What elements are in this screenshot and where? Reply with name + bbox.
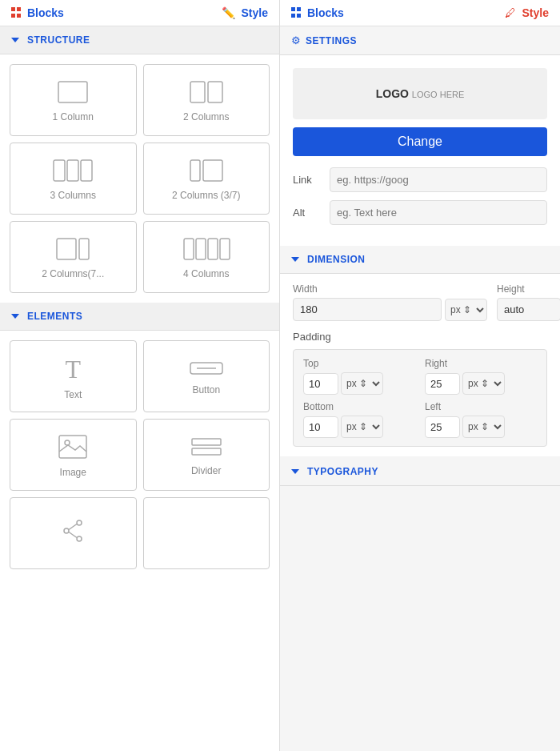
width-label: Width	[293, 283, 487, 295]
padding-label: Padding	[293, 331, 547, 343]
elements-header: ELEMENTS	[0, 303, 279, 331]
svg-rect-16	[59, 436, 86, 458]
left-style-tab[interactable]: Style	[242, 6, 268, 19]
alt-input[interactable]	[330, 200, 547, 225]
height-label: Height	[497, 283, 560, 295]
elements-chevron-icon[interactable]	[11, 314, 19, 319]
padding-right-input-row: px ⇕	[425, 372, 537, 395]
svg-point-20	[77, 520, 82, 525]
right-style-icon: 🖊	[505, 6, 516, 19]
padding-left-input[interactable]	[425, 416, 460, 438]
structure-header: STRUCTURE	[0, 26, 279, 54]
left-top-nav: Blocks ✏️ Style	[0, 0, 279, 26]
block-1col[interactable]: 1 Column	[10, 64, 137, 136]
right-style-tab[interactable]: Style	[522, 6, 549, 19]
svg-point-17	[65, 440, 70, 445]
padding-top-label: Top	[303, 358, 415, 369]
svg-rect-2	[208, 82, 222, 102]
svg-rect-9	[79, 239, 89, 259]
svg-rect-12	[208, 239, 218, 259]
width-field: Width px ⇕ % em	[293, 283, 487, 321]
padding-top-input-row: px ⇕	[303, 372, 415, 395]
block-1col-label: 1 Column	[53, 111, 94, 122]
2col-icon	[189, 80, 224, 106]
left-blocks-tab[interactable]: Blocks	[27, 6, 64, 19]
element-image[interactable]: Image	[10, 419, 137, 491]
element-text[interactable]: T Text	[10, 340, 137, 412]
dimension-title: DIMENSION	[307, 254, 366, 265]
block-2col37[interactable]: 2 Columns (3/7)	[143, 143, 270, 215]
padding-right-field: Right px ⇕	[425, 358, 537, 395]
padding-top-input[interactable]	[303, 373, 338, 395]
svg-rect-11	[196, 239, 206, 259]
svg-line-23	[69, 524, 77, 529]
image-icon	[58, 434, 88, 462]
padding-left-field: Left px ⇕	[425, 401, 537, 438]
block-2col37-label: 2 Columns (3/7)	[172, 190, 240, 201]
left-style-icon: ✏️	[222, 6, 235, 19]
element-share[interactable]	[10, 497, 137, 569]
link-label: Link	[293, 174, 322, 186]
element-button[interactable]: Button	[143, 340, 270, 412]
block-4col-label: 4 Columns	[183, 268, 229, 279]
share-icon	[60, 518, 86, 546]
block-2col-label: 2 Columns	[183, 111, 229, 122]
typography-header: TYPOGRAPHY	[280, 458, 560, 486]
settings-header: ⚙ SETTINGS	[280, 26, 560, 55]
settings-title: SETTINGS	[306, 35, 357, 46]
elements-grid: T Text Button Image	[0, 331, 279, 579]
structure-chevron-icon[interactable]	[11, 38, 19, 42]
svg-point-22	[77, 536, 82, 541]
padding-left-input-row: px ⇕	[425, 416, 537, 438]
width-unit-select[interactable]: px ⇕ % em	[445, 299, 487, 321]
settings-gear-icon: ⚙	[291, 34, 301, 46]
structure-title: STRUCTURE	[27, 34, 90, 46]
height-field: Height ⇕ px %	[497, 283, 560, 321]
typography-chevron-icon[interactable]	[291, 469, 299, 474]
4col-icon	[182, 237, 230, 263]
svg-rect-19	[192, 448, 221, 455]
padding-right-label: Right	[425, 358, 537, 369]
divider-icon	[189, 436, 224, 460]
svg-rect-3	[54, 160, 65, 181]
padding-bottom-label: Bottom	[303, 401, 415, 412]
svg-point-21	[64, 528, 69, 533]
svg-rect-1	[190, 82, 205, 102]
block-3col[interactable]: 3 Columns	[10, 143, 137, 215]
height-input[interactable]	[497, 298, 560, 321]
padding-section: Padding Top px ⇕ Right	[293, 331, 547, 447]
element-text-label: Text	[64, 389, 82, 400]
padding-bottom-unit[interactable]: px ⇕	[341, 416, 383, 438]
svg-rect-4	[67, 160, 78, 181]
element-divider[interactable]: Divider	[143, 419, 270, 491]
block-2col7-label: 2 Columns(7...	[42, 268, 104, 279]
right-blocks-tab[interactable]: Blocks	[307, 6, 344, 19]
width-input[interactable]	[293, 298, 442, 321]
blocks-icon-right	[291, 7, 302, 18]
padding-left-unit[interactable]: px ⇕	[462, 416, 505, 438]
left-panel: Blocks ✏️ Style STRUCTURE 1 Column 2 Col…	[0, 0, 280, 751]
padding-right-input[interactable]	[425, 373, 460, 395]
svg-rect-8	[57, 239, 76, 259]
padding-bottom-input[interactable]	[303, 416, 338, 438]
padding-bottom-field: Bottom px ⇕	[303, 401, 415, 438]
2col37-icon	[189, 159, 224, 185]
block-4col[interactable]: 4 Columns	[143, 221, 270, 293]
text-icon: T	[65, 355, 81, 384]
blocks-icon-left	[11, 7, 22, 18]
padding-top-right-row: Top px ⇕ Right px ⇕	[303, 358, 537, 395]
2col7-icon	[55, 237, 90, 263]
element-unknown[interactable]	[143, 497, 270, 569]
padding-top-unit[interactable]: px ⇕	[341, 372, 383, 395]
dimension-chevron-icon[interactable]	[291, 257, 299, 262]
element-divider-label: Divider	[191, 465, 221, 476]
padding-right-unit[interactable]: px ⇕	[462, 372, 505, 395]
1col-icon	[57, 80, 89, 106]
svg-rect-6	[190, 160, 200, 181]
padding-top-field: Top px ⇕	[303, 358, 415, 395]
element-image-label: Image	[60, 467, 86, 478]
change-button[interactable]: Change	[293, 127, 547, 156]
block-2col[interactable]: 2 Columns	[143, 64, 270, 136]
block-2col7[interactable]: 2 Columns(7...	[10, 221, 137, 293]
link-input[interactable]	[330, 167, 547, 192]
